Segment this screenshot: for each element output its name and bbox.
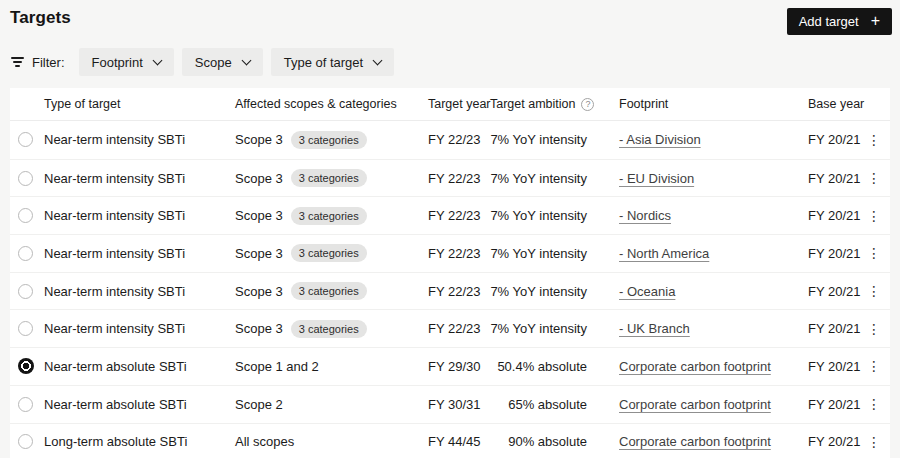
categories-badge: 3 categories: [291, 207, 367, 225]
filter-chip-scope[interactable]: Scope: [182, 48, 263, 76]
radio-cell: [10, 434, 44, 449]
type-of-target-cell: Near-term absolute SBTi: [44, 397, 235, 412]
filter-icon: [10, 57, 25, 67]
radio-cell: [10, 397, 44, 412]
kebab-menu-icon[interactable]: ⋮: [867, 209, 881, 223]
categories-badge: 3 categories: [291, 320, 367, 338]
type-of-target-cell: Long-term absolute SBTi: [44, 434, 235, 449]
base-year-cell: FY 20/21: [808, 321, 858, 336]
radio-button[interactable]: [18, 284, 33, 299]
affected-scopes-cell: Scope 3 3 categories: [235, 282, 428, 300]
kebab-menu-icon[interactable]: ⋮: [867, 435, 881, 449]
radio-cell: [10, 246, 44, 261]
target-ambition-cell: 50.4% absolute: [490, 359, 608, 374]
kebab-cell: ⋮: [858, 133, 890, 147]
target-year-cell: FY 22/23: [428, 208, 490, 223]
kebab-menu-icon[interactable]: ⋮: [867, 322, 881, 336]
footprint-cell: - UK Branch: [608, 321, 808, 336]
target-year-cell: FY 22/23: [428, 321, 490, 336]
footprint-link[interactable]: - EU Division: [619, 171, 694, 186]
kebab-menu-icon[interactable]: ⋮: [867, 246, 881, 260]
table-row: Near-term intensity SBTi Scope 3 3 categ…: [10, 121, 890, 159]
scope-label: All scopes: [235, 434, 294, 449]
footprint-cell: Corporate carbon footprint: [608, 359, 808, 374]
header-type-of-target: Type of target: [44, 97, 235, 111]
filter-label: Filter:: [32, 55, 65, 70]
header-target-ambition-label: Target ambition: [490, 97, 575, 111]
radio-cell: [10, 358, 44, 374]
categories-badge: 3 categories: [291, 244, 367, 262]
radio-button[interactable]: [18, 358, 34, 374]
type-of-target-cell: Near-term intensity SBTi: [44, 132, 235, 147]
footprint-link[interactable]: Corporate carbon footprint: [619, 397, 771, 412]
target-ambition-cell: 7% YoY intensity: [490, 171, 608, 186]
table-row: Near-term intensity SBTi Scope 3 3 categ…: [10, 159, 890, 197]
table-row: Near-term intensity SBTi Scope 3 3 categ…: [10, 309, 890, 347]
footprint-link[interactable]: - North America: [619, 246, 709, 261]
scope-label: Scope 3: [235, 171, 283, 186]
target-ambition-cell: 7% YoY intensity: [490, 284, 608, 299]
type-of-target-cell: Near-term intensity SBTi: [44, 171, 235, 186]
target-ambition-cell: 7% YoY intensity: [490, 208, 608, 223]
base-year-cell: FY 20/21: [808, 359, 858, 374]
target-year-cell: FY 22/23: [428, 132, 490, 147]
add-target-button[interactable]: Add target +: [787, 8, 892, 35]
kebab-menu-icon[interactable]: ⋮: [867, 397, 881, 411]
footprint-link[interactable]: Corporate carbon footprint: [619, 434, 771, 449]
table-row: Near-term absolute SBTi Scope 1 and 2 FY…: [10, 347, 890, 385]
footprint-link[interactable]: - Asia Division: [619, 132, 701, 147]
table-body: Near-term intensity SBTi Scope 3 3 categ…: [10, 121, 890, 458]
type-of-target-cell: Near-term intensity SBTi: [44, 284, 235, 299]
affected-scopes-cell: Scope 1 and 2: [235, 359, 428, 374]
footprint-link[interactable]: - UK Branch: [619, 321, 690, 336]
footprint-link[interactable]: Corporate carbon footprint: [619, 359, 771, 374]
header-base-year: Base year: [808, 97, 858, 111]
kebab-menu-icon[interactable]: ⋮: [867, 359, 881, 373]
kebab-menu-icon[interactable]: ⋮: [867, 284, 881, 298]
kebab-menu-icon[interactable]: ⋮: [867, 133, 881, 147]
kebab-cell: ⋮: [858, 171, 890, 185]
type-of-target-cell: Near-term absolute SBTi: [44, 359, 235, 374]
radio-cell: [10, 284, 44, 299]
radio-button[interactable]: [18, 397, 33, 412]
base-year-cell: FY 20/21: [808, 171, 858, 186]
table-row: Near-term absolute SBTi Scope 2 FY 30/31…: [10, 385, 890, 423]
radio-button[interactable]: [18, 132, 33, 147]
scope-label: Scope 3: [235, 246, 283, 261]
base-year-cell: FY 20/21: [808, 284, 858, 299]
header-affected-scopes: Affected scopes & categories: [235, 97, 428, 111]
footprint-cell: - Asia Division: [608, 132, 808, 147]
radio-button[interactable]: [18, 171, 33, 186]
base-year-cell: FY 20/21: [808, 434, 858, 449]
radio-button[interactable]: [18, 246, 33, 261]
filter-chip-footprint[interactable]: Footprint: [79, 48, 174, 76]
base-year-cell: FY 20/21: [808, 246, 858, 261]
target-ambition-cell: 65% absolute: [490, 397, 608, 412]
help-icon[interactable]: ?: [581, 98, 594, 111]
affected-scopes-cell: All scopes: [235, 434, 428, 449]
base-year-cell: FY 20/21: [808, 132, 858, 147]
scope-label: Scope 2: [235, 397, 283, 412]
affected-scopes-cell: Scope 3 3 categories: [235, 207, 428, 225]
chevron-down-icon: [241, 55, 251, 65]
footprint-cell: - Nordics: [608, 208, 808, 223]
radio-cell: [10, 171, 44, 186]
filter-chip-type-of-target[interactable]: Type of target: [271, 48, 395, 76]
footprint-link[interactable]: - Oceania: [619, 284, 675, 299]
kebab-cell: ⋮: [858, 359, 890, 373]
kebab-menu-icon[interactable]: ⋮: [867, 171, 881, 185]
radio-cell: [10, 132, 44, 147]
footprint-link[interactable]: - Nordics: [619, 208, 671, 223]
targets-table: Type of target Affected scopes & categor…: [10, 88, 890, 458]
radio-cell: [10, 321, 44, 336]
radio-button[interactable]: [18, 434, 33, 449]
plus-icon: +: [871, 13, 880, 29]
categories-badge: 3 categories: [291, 131, 367, 149]
radio-button[interactable]: [18, 321, 33, 336]
footprint-cell: - EU Division: [608, 171, 808, 186]
header-footprint: Footprint: [608, 97, 808, 111]
base-year-cell: FY 20/21: [808, 208, 858, 223]
affected-scopes-cell: Scope 3 3 categories: [235, 131, 428, 149]
radio-button[interactable]: [18, 208, 33, 223]
target-year-cell: FY 30/31: [428, 397, 490, 412]
